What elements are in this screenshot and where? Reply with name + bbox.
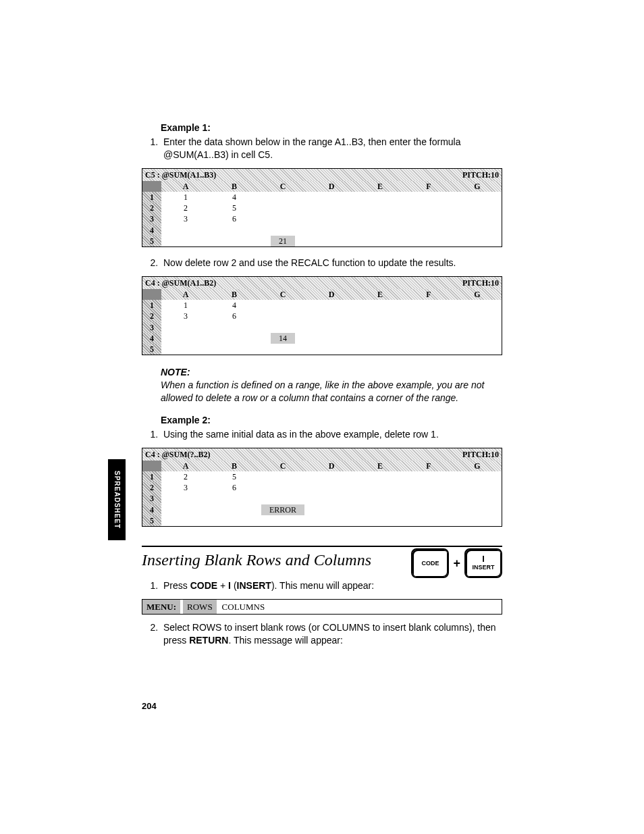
col-a: A xyxy=(161,461,210,471)
menu-option-columns: COLUMNS xyxy=(217,600,271,615)
col-a: A xyxy=(161,289,210,300)
spreadsheet-2: C4 : @SUM(A1..B2) PITCH:10 A B C D E F G… xyxy=(142,276,502,355)
example1-steps-cont: Now delete row 2 and use the RECALC func… xyxy=(142,257,502,269)
col-c: C xyxy=(259,461,307,471)
col-b: B xyxy=(210,181,259,192)
note-heading: NOTE: xyxy=(161,366,502,379)
sheet2-cellref: C4 : @SUM(A1..B2) xyxy=(145,278,216,288)
key-code: CODE xyxy=(411,548,449,578)
cell-a2: 2 xyxy=(161,203,210,213)
row-5: 5 xyxy=(142,344,161,355)
col-d: D xyxy=(307,181,356,192)
cell-a1: 2 xyxy=(161,471,210,482)
col-e: E xyxy=(356,289,404,300)
example1-heading: Example 1: xyxy=(161,122,502,134)
col-e: E xyxy=(356,181,404,192)
example2-heading: Example 2: xyxy=(161,414,502,427)
manual-page: SPREADSHEET Example 1: Enter the data sh… xyxy=(0,0,644,834)
cell-a2: 3 xyxy=(161,482,210,493)
side-tab-spreadsheet: SPREADSHEET xyxy=(108,459,126,540)
row-4: 4 xyxy=(142,225,161,236)
cell-b2: 6 xyxy=(210,482,259,493)
key-plus: + xyxy=(453,555,460,571)
cell-a3: 3 xyxy=(161,213,210,224)
col-c: C xyxy=(259,181,307,192)
col-g: G xyxy=(453,181,502,192)
cell-c5: 21 xyxy=(271,236,295,246)
row-3: 3 xyxy=(142,493,161,504)
col-a: A xyxy=(161,181,210,192)
col-f: F xyxy=(404,181,453,192)
cell-b2: 5 xyxy=(210,203,259,213)
example1-step1: Enter the data shown below in the range … xyxy=(161,136,502,161)
menu-box: MENU: ROWS COLUMNS xyxy=(142,599,502,615)
cell-c4: ERROR xyxy=(261,504,304,515)
page-number: 204 xyxy=(142,700,157,712)
col-f: F xyxy=(404,461,453,471)
cell-b1: 4 xyxy=(210,192,259,203)
row-5: 5 xyxy=(142,515,161,526)
key-insert: I INSERT xyxy=(464,548,502,578)
spreadsheet-1: C5 : @SUM(A1..B3) PITCH:10 A B C D E F G… xyxy=(142,168,502,247)
col-f: F xyxy=(404,289,453,300)
col-c: C xyxy=(259,289,307,300)
row-4: 4 xyxy=(142,504,161,515)
sheet3-pitch: PITCH:10 xyxy=(462,449,499,460)
example2-step1: Using the same initial data as in the ab… xyxy=(161,428,502,441)
sheet1-pitch: PITCH:10 xyxy=(462,170,499,180)
col-g: G xyxy=(453,289,502,300)
sheet2-pitch: PITCH:10 xyxy=(462,278,499,288)
col-e: E xyxy=(356,461,404,471)
cell-b2: 6 xyxy=(210,311,259,321)
example2-steps: Using the same initial data as in the ab… xyxy=(142,428,502,441)
note-body: When a function is defined on a range, l… xyxy=(161,379,502,405)
row-2: 2 xyxy=(142,311,161,321)
key-combo: CODE + I INSERT xyxy=(411,548,502,578)
cell-a2: 3 xyxy=(161,311,210,321)
row-3: 3 xyxy=(142,213,161,224)
row-1: 1 xyxy=(142,471,161,482)
example1-step2: Now delete row 2 and use the RECALC func… xyxy=(161,257,502,269)
row-2: 2 xyxy=(142,203,161,213)
sheet1-cellref: C5 : @SUM(A1..B3) xyxy=(145,170,216,180)
cell-b1: 4 xyxy=(210,300,259,311)
col-b: B xyxy=(210,461,259,471)
cell-b3: 6 xyxy=(210,213,259,224)
section-step2: Select ROWS to insert blank rows (or COL… xyxy=(161,621,502,647)
section-steps-2: Select ROWS to insert blank rows (or COL… xyxy=(142,621,502,647)
col-d: D xyxy=(307,461,356,471)
col-b: B xyxy=(210,289,259,300)
col-d: D xyxy=(307,289,356,300)
menu-label: MENU: xyxy=(142,600,180,615)
example1-steps: Enter the data shown below in the range … xyxy=(142,136,502,161)
cell-a1: 1 xyxy=(161,192,210,203)
cell-c4: 14 xyxy=(271,333,295,344)
cell-a1: 1 xyxy=(161,300,210,311)
sheet3-cellref: C4 : @SUM(?..B2) xyxy=(145,449,211,460)
row-1: 1 xyxy=(142,192,161,203)
section-steps: Press CODE + I (INSERT). This menu will … xyxy=(142,579,502,592)
cell-b1: 5 xyxy=(210,471,259,482)
row-5: 5 xyxy=(142,236,161,246)
spreadsheet-3: C4 : @SUM(?..B2) PITCH:10 A B C D E F G … xyxy=(142,448,502,527)
row-3: 3 xyxy=(142,322,161,333)
section-title: Inserting Blank Rows and Columns xyxy=(142,551,403,570)
section-step1: Press CODE + I (INSERT). This menu will … xyxy=(161,579,502,592)
row-2: 2 xyxy=(142,482,161,493)
row-4: 4 xyxy=(142,333,161,344)
menu-option-rows: ROWS xyxy=(183,600,217,615)
row-1: 1 xyxy=(142,300,161,311)
col-g: G xyxy=(453,461,502,471)
